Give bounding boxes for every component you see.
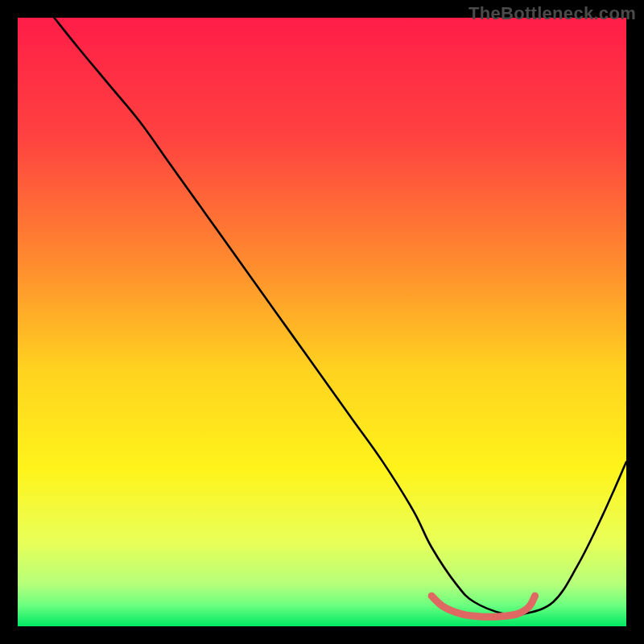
plot-area [18, 18, 626, 626]
gradient-background [18, 18, 626, 626]
watermark-text: TheBottleneck.com [469, 3, 636, 24]
bottleneck-chart [18, 18, 626, 626]
chart-frame: TheBottleneck.com [0, 0, 644, 644]
